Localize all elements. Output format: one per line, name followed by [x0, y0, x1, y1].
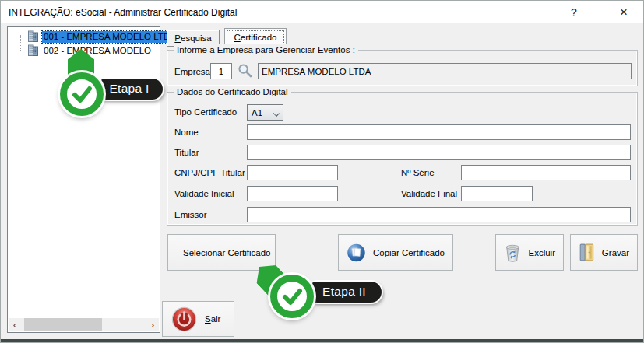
empresa-code-input[interactable]: [210, 63, 232, 79]
tree-item-label: 001 - EMPRESA MODELO LTDA: [42, 31, 178, 43]
search-icon[interactable]: [237, 62, 253, 79]
window-bottom-edge: [1, 339, 643, 342]
building-icon: [26, 30, 39, 43]
checkmark-badge: [60, 72, 104, 116]
certificado-group-title: Dados do Certificado Digital: [174, 86, 291, 97]
titular-input[interactable]: [247, 145, 631, 160]
nome-input[interactable]: [247, 124, 631, 140]
title-bar: INTEGRAÇÃO: eSocial - Administrar Certif…: [1, 1, 643, 23]
tipo-certificado-value: A1: [252, 108, 262, 117]
nome-label: Nome: [174, 127, 199, 138]
etapa-1-badge: Etapa I: [96, 79, 163, 100]
scroll-right-arrow-icon[interactable]: ›: [146, 318, 159, 331]
certificado-groupbox: Dados do Certificado Digital Tipo Certif…: [167, 92, 638, 226]
checkmark-icon: [276, 280, 308, 313]
gravar-button[interactable]: Gravar: [570, 234, 638, 271]
validade-inicial-input[interactable]: [247, 186, 338, 201]
numero-serie-label: Nº Série: [401, 167, 435, 178]
scroll-left-arrow-icon[interactable]: ‹: [9, 318, 21, 331]
scrollbar-thumb[interactable]: [24, 318, 102, 331]
emissor-input[interactable]: [247, 207, 631, 222]
copy-documents-icon: [347, 241, 366, 264]
tipo-certificado-label: Tipo Certificado: [174, 107, 237, 117]
copiar-certificado-button[interactable]: Copiar Certificado: [338, 234, 453, 271]
save-binder-icon: [579, 241, 595, 264]
empresa-name-display: EMPRESA MODELO LTDA: [258, 63, 632, 79]
tree-item-label: 002 - EMPRESA MODELO: [42, 45, 153, 57]
dialog-window: INTEGRAÇÃO: eSocial - Administrar Certif…: [0, 0, 644, 343]
close-button[interactable]: ×: [611, 1, 637, 23]
button-label: Gravar: [602, 248, 629, 257]
button-label: Excluir: [528, 248, 555, 257]
validade-final-input[interactable]: [461, 186, 533, 201]
numero-serie-input[interactable]: [461, 165, 631, 180]
tree-item-empresa-001[interactable]: 001 - EMPRESA MODELO LTDA: [8, 30, 160, 44]
checkmark-icon: [65, 78, 98, 110]
empresa-label: Empresa: [174, 66, 210, 77]
window-title: INTEGRAÇÃO: eSocial - Administrar Certif…: [9, 7, 237, 18]
excluir-button[interactable]: Excluir: [495, 234, 564, 271]
power-exit-icon: [171, 306, 198, 333]
cnpj-cpf-titular-label: CNPJ/CPF Titular: [174, 167, 245, 178]
titular-label: Titular: [174, 147, 199, 158]
button-label: Sair: [205, 314, 220, 324]
building-icon: [26, 44, 39, 57]
checkmark-badge: [270, 275, 314, 318]
selecionar-certificado-button[interactable]: Selecionar Certificado: [167, 234, 276, 271]
tab-label: Certificado: [234, 33, 277, 42]
validade-inicial-label: Validade Inicial: [174, 188, 234, 199]
emissor-label: Emissor: [174, 209, 207, 220]
cnpj-cpf-titular-input[interactable]: [247, 165, 338, 180]
trash-recycle-bin-icon: [504, 241, 521, 264]
button-label: Selecionar Certificado: [183, 248, 271, 257]
horizontal-scrollbar[interactable]: ‹ ›: [9, 318, 159, 331]
sair-button[interactable]: Sair: [162, 301, 234, 337]
help-button[interactable]: ?: [561, 1, 587, 23]
chevron-down-icon: [273, 110, 280, 117]
empresa-group-title: Informe a Empresa para Gerenciar Eventos…: [174, 44, 358, 55]
tab-label: Pesquisa: [174, 33, 211, 43]
tipo-certificado-select[interactable]: A1: [247, 104, 283, 121]
validade-final-label: Validade Final: [401, 188, 457, 199]
etapa-2-badge: Etapa II: [307, 282, 382, 303]
empresa-groupbox: Informe a Empresa para Gerenciar Eventos…: [167, 50, 638, 86]
button-label: Copiar Certificado: [373, 248, 445, 257]
